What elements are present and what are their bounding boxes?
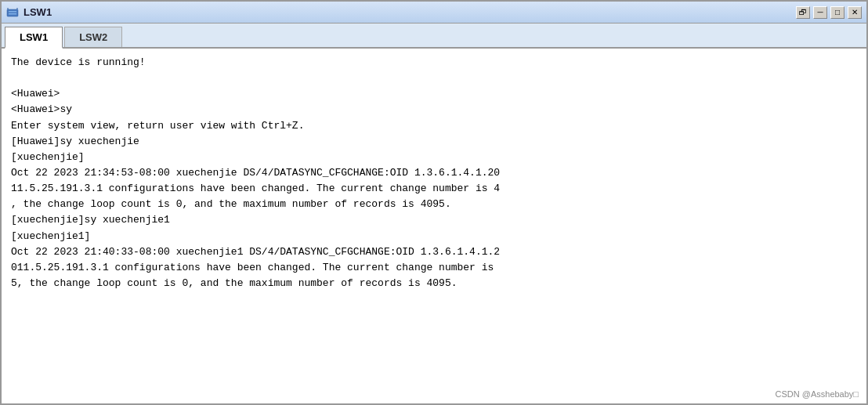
restore-button[interactable]: 🗗 bbox=[796, 6, 810, 19]
console-output: The device is running! <Huawei> <Huawei>… bbox=[11, 55, 857, 291]
console-area: The device is running! <Huawei> <Huawei>… bbox=[2, 49, 866, 403]
watermark: CSDN @Asshebaby□ bbox=[776, 389, 859, 399]
title-bar: LSW1 🗗 ─ □ ✕ bbox=[2, 2, 866, 24]
close-button[interactable]: ✕ bbox=[848, 6, 862, 19]
maximize-button[interactable]: □ bbox=[830, 6, 844, 19]
tab-lsw2[interactable]: LSW2 bbox=[64, 27, 122, 47]
tab-lsw1[interactable]: LSW1 bbox=[5, 27, 63, 49]
title-bar-left: LSW1 bbox=[6, 6, 52, 19]
window-title: LSW1 bbox=[24, 6, 52, 18]
svg-rect-1 bbox=[9, 11, 16, 13]
main-window: LSW1 🗗 ─ □ ✕ LSW1 LSW2 The device is run… bbox=[0, 0, 868, 405]
minimize-button[interactable]: ─ bbox=[813, 6, 827, 19]
tab-bar: LSW1 LSW2 bbox=[2, 24, 866, 49]
app-icon bbox=[6, 6, 19, 19]
svg-rect-0 bbox=[7, 9, 18, 16]
svg-rect-2 bbox=[9, 13, 16, 15]
title-bar-buttons: 🗗 ─ □ ✕ bbox=[796, 6, 862, 19]
